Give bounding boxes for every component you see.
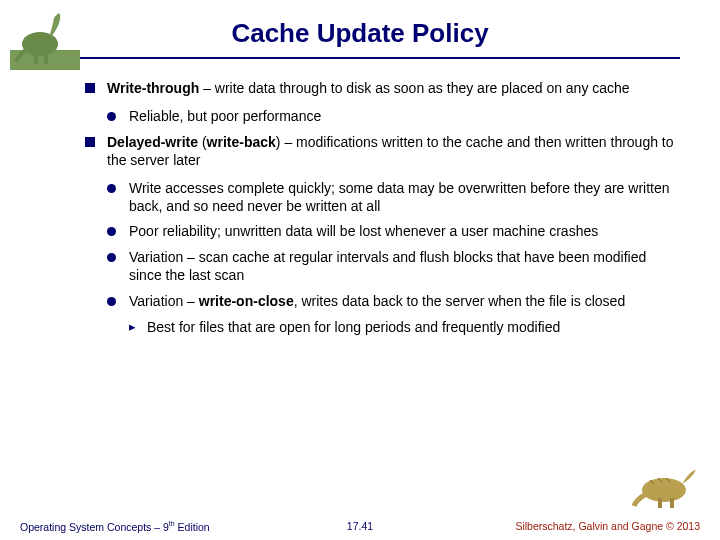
footer-copyright: Silberschatz, Galvin and Gagne © 2013 [515,520,700,532]
title-rule [70,57,680,59]
slide-title: Cache Update Policy [0,0,720,49]
sub-sub-bullet: Best for files that are open for long pe… [129,319,678,337]
term-write-on-close: write-on-close [199,293,294,309]
sub-bullet-write-on-close: Variation – write-on-close, writes data … [107,293,678,311]
svg-rect-5 [658,498,662,508]
dinosaur-left-image [10,6,80,70]
svg-rect-2 [34,52,38,64]
text: ( [198,134,207,150]
svg-rect-3 [44,52,48,64]
slide: Cache Update Policy Write-through – writ… [0,0,720,540]
text: Variation – [129,293,199,309]
text: , writes data back to the server when th… [294,293,626,309]
bullet-delayed-write: Delayed-write (write-back) – modificatio… [85,134,678,170]
svg-rect-6 [670,498,674,508]
term-write-through: Write-through [107,80,199,96]
svg-point-1 [22,32,58,56]
dinosaur-right-image [632,460,702,510]
svg-point-4 [642,478,686,502]
sub-bullet: Reliable, but poor performance [107,108,678,126]
sub-bullet: Write accesses complete quickly; some da… [107,180,678,216]
text: – write data through to disk as soon as … [199,80,629,96]
bullet-write-through: Write-through – write data through to di… [85,80,678,98]
sub-bullet: Poor reliability; unwritten data will be… [107,223,678,241]
content-area: Write-through – write data through to di… [85,80,678,343]
term-write-back: write-back [207,134,276,150]
sub-bullet: Variation – scan cache at regular interv… [107,249,678,285]
term-delayed-write: Delayed-write [107,134,198,150]
